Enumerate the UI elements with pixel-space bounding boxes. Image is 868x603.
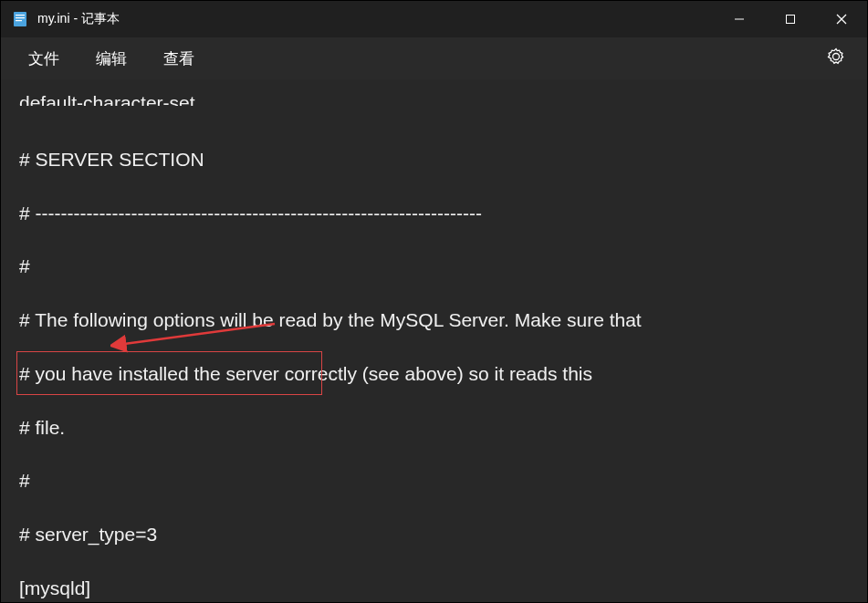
editor-line: # The following options will be read by … <box>19 307 849 333</box>
titlebar-left: my.ini - 记事本 <box>12 11 120 27</box>
svg-rect-1 <box>16 15 25 16</box>
editor-line: # you have installed the server correctl… <box>19 360 849 387</box>
menu-view[interactable]: 查看 <box>145 41 213 77</box>
editor-line: # SERVER SECTION <box>19 146 849 172</box>
editor-line: # file. <box>19 414 849 441</box>
editor-line: # <box>19 253 849 279</box>
truncated-line: default-character-set <box>19 93 849 106</box>
editor-line: # --------------------------------------… <box>19 200 849 226</box>
svg-rect-3 <box>16 20 22 21</box>
close-button[interactable] <box>816 1 867 37</box>
editor-line: # <box>19 467 849 494</box>
svg-rect-2 <box>16 17 25 18</box>
settings-button[interactable] <box>814 40 858 77</box>
minimize-button[interactable] <box>714 1 765 37</box>
menu-left: 文件 编辑 查看 <box>10 41 213 77</box>
svg-rect-0 <box>14 12 26 26</box>
svg-rect-5 <box>787 16 795 24</box>
editor-line: [mysqld] <box>19 575 849 601</box>
maximize-button[interactable] <box>765 1 816 37</box>
editor-area[interactable]: default-character-set # SERVER SECTION #… <box>1 79 867 602</box>
titlebar: my.ini - 记事本 <box>1 1 867 37</box>
menu-file[interactable]: 文件 <box>10 41 78 77</box>
window-title: my.ini - 记事本 <box>37 11 120 27</box>
menubar: 文件 编辑 查看 <box>1 37 867 79</box>
gear-icon <box>827 47 845 66</box>
window-controls <box>714 1 867 37</box>
menu-edit[interactable]: 编辑 <box>78 41 145 77</box>
editor-line: # server_type=3 <box>19 521 849 547</box>
notepad-icon <box>12 11 28 27</box>
